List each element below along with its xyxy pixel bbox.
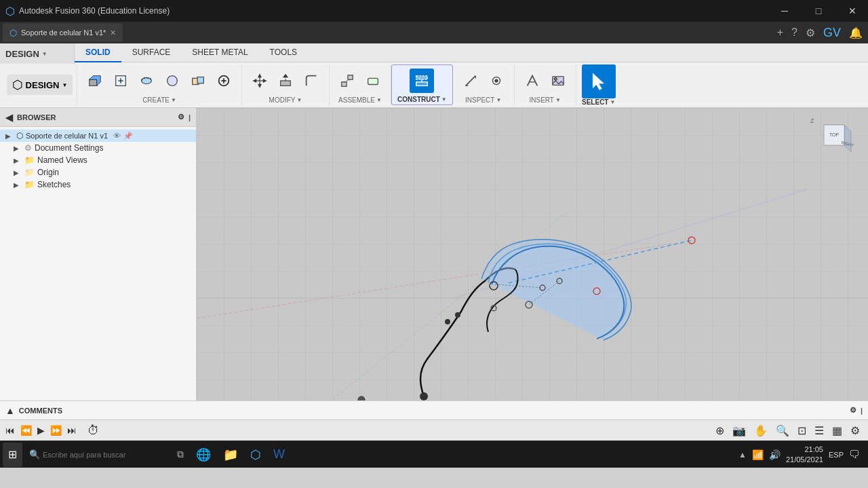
fusion-icon: ⬡ [9,28,17,38]
select-dropdown[interactable]: ▼ [610,99,615,105]
construct-dropdown[interactable]: ▼ [441,96,447,102]
pan-btn[interactable]: ✋ [751,423,770,438]
insert-dropdown[interactable]: ▼ [555,97,561,103]
tree-icon-sketches: 📁 [24,180,35,189]
fusion-taskbar-btn[interactable]: ⬡ [245,443,267,467]
date-display: 21/05/2021 [786,455,823,464]
measure-btn[interactable] [458,69,483,93]
sphere-btn[interactable] [160,69,184,93]
grid-snap-btn[interactable]: ⊕ [713,423,727,438]
push-pull-btn[interactable] [273,69,298,93]
notification-center-icon[interactable]: 🗨 [849,449,860,461]
extrude-btn[interactable] [83,69,107,93]
combine-btn[interactable] [186,69,210,93]
maximize-button[interactable]: □ [803,0,834,22]
sketch-btn[interactable] [108,69,133,93]
network-icon[interactable]: 📶 [752,449,764,460]
browser-collapse-btn[interactable]: ◀ [5,112,13,123]
joint-btn[interactable] [335,69,359,93]
move-btn[interactable] [248,69,272,93]
browser-settings-btn[interactable]: ⚙ [178,113,184,121]
tree-item-named-views[interactable]: ▶ 📁 Named Views [0,154,196,166]
app-title: Autodesk Fusion 360 (Education License) [19,6,170,16]
tree-item-root[interactable]: ▶ ⬡ Soporte de celular N1 v1 👁 📌 [0,130,196,142]
svg-marker-13 [258,84,261,87]
help-btn[interactable]: ? [789,24,800,41]
settings-btn[interactable]: ⚙ [803,24,818,42]
close-tab-btn[interactable]: ✕ [110,29,116,37]
revolve-btn[interactable] [134,69,159,93]
capture-history-btn[interactable]: 📷 [730,423,749,438]
svg-marker-15 [264,79,267,82]
tab-tools[interactable]: TOOLS [259,43,308,62]
browser-resize-handle[interactable]: | [189,113,191,121]
edge-btn[interactable]: 🌐 [191,443,216,467]
tab-sheet-metal[interactable]: SHEET METAL [181,43,258,62]
fillet-btn[interactable] [299,69,323,93]
create-dropdown[interactable]: ▼ [171,97,176,103]
task-view-icon: ⧉ [177,449,184,460]
select-label: SELECT ▼ [582,98,615,107]
inspect-dropdown[interactable]: ▼ [496,97,501,103]
rigid-group-btn[interactable] [361,69,385,93]
tree-item-doc-settings[interactable]: ▶ ⚙ Document Settings [0,142,196,154]
canvas-area[interactable]: TOP RIGHT Z [197,108,868,400]
tab-solid[interactable]: SOLID [75,43,121,62]
edge-icon: 🌐 [196,447,211,462]
playback-play-btn[interactable]: ▶ [37,425,45,436]
account-btn[interactable]: GV [821,23,844,43]
fit-btn[interactable]: ⊡ [795,423,809,438]
grid-btn[interactable]: ▦ [829,423,845,438]
svg-rect-18 [342,81,347,86]
assemble-dropdown[interactable]: ▼ [376,97,382,103]
viewcube[interactable]: TOP RIGHT Z [807,115,861,169]
explorer-btn[interactable]: 📁 [218,443,243,467]
tree-pin-root[interactable]: 📌 [123,132,133,140]
create-more-btn[interactable] [212,69,236,93]
taskbar-search-input[interactable] [43,451,165,459]
comments-collapse-btn[interactable]: ▲ [5,405,15,416]
timeline-marker-btn[interactable]: ⏱ [87,424,100,438]
close-button[interactable]: ✕ [837,0,868,22]
insert-image-btn[interactable] [546,69,570,93]
design-btn-arrow: ▼ [62,82,67,88]
start-button[interactable]: ⊞ [3,443,22,467]
minimize-button[interactable]: ─ [769,0,800,22]
display-settings-btn[interactable] [484,69,509,93]
design-btn-label: DESIGN [26,80,60,90]
tray-expand-icon[interactable]: ▲ [738,450,747,459]
zoom-btn[interactable]: 🔍 [773,423,792,438]
comments-settings-btn[interactable]: ⚙ [850,406,856,415]
playback-next-btn[interactable]: ⏩ [50,425,62,436]
select-btn[interactable] [582,64,616,98]
task-view-btn[interactable]: ⧉ [172,443,189,467]
tab-surface[interactable]: SURFACE [121,43,182,62]
design-selector[interactable]: DESIGN ▼ [0,43,75,64]
tree-item-origin[interactable]: ▶ 📁 Origin [0,166,196,179]
tree-eye-root[interactable]: 👁 [113,132,121,140]
insert-derive-btn[interactable] [520,69,545,93]
playback-start-btn[interactable]: ⏮ [5,425,15,436]
viewport-controls: ⊕ 📷 ✋ 🔍 ⊡ ☰ ▦ ⚙ [713,423,863,438]
tree-chevron-origin: ▶ [14,169,22,176]
playback-prev-btn[interactable]: ⏪ [20,425,32,436]
notification-btn[interactable]: 🔔 [846,24,865,42]
document-tab[interactable]: ⬡ Soporte de celular N1 v1* ✕ [3,23,123,42]
design-mode-btn[interactable]: ⬡ DESIGN ▼ [7,75,73,95]
offset-plane-btn[interactable] [410,69,434,93]
tree-label-sketches: Sketches [37,180,71,189]
comments-resize-handle[interactable]: | [861,407,863,415]
language-indicator[interactable]: ESP [829,451,844,459]
settings-gear-btn[interactable]: ⚙ [848,423,863,438]
display-mode-btn[interactable]: ☰ [812,423,827,438]
inspect-label: INSPECT ▼ [465,96,501,105]
tree-item-sketches[interactable]: ▶ 📁 Sketches [0,179,196,191]
playback-end-btn[interactable]: ⏭ [67,425,77,436]
modify-dropdown[interactable]: ▼ [296,97,302,103]
new-tab-btn[interactable]: + [774,24,786,41]
insert-group: INSERT ▼ [515,64,576,105]
word-btn[interactable]: W [268,443,290,467]
volume-icon[interactable]: 🔊 [769,449,781,460]
select-group: SELECT ▼ [576,64,621,105]
clock[interactable]: 21:05 21/05/2021 [786,445,823,464]
